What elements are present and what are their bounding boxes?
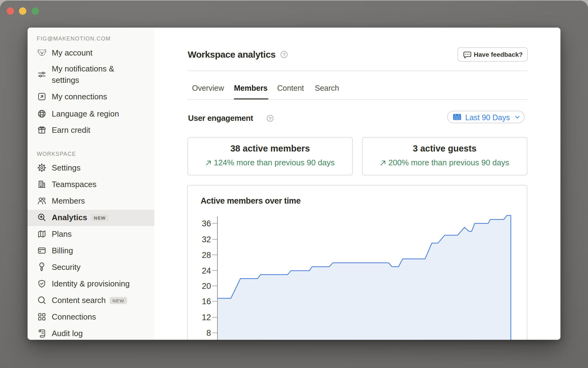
- svg-text:20: 20: [202, 282, 211, 291]
- svg-text:12: 12: [202, 313, 211, 322]
- svg-text:36: 36: [202, 219, 211, 228]
- svg-text:32: 32: [202, 235, 211, 244]
- svg-text:8: 8: [206, 328, 211, 338]
- svg-text:16: 16: [202, 297, 211, 306]
- svg-text:28: 28: [202, 251, 211, 260]
- svg-text:24: 24: [202, 266, 211, 275]
